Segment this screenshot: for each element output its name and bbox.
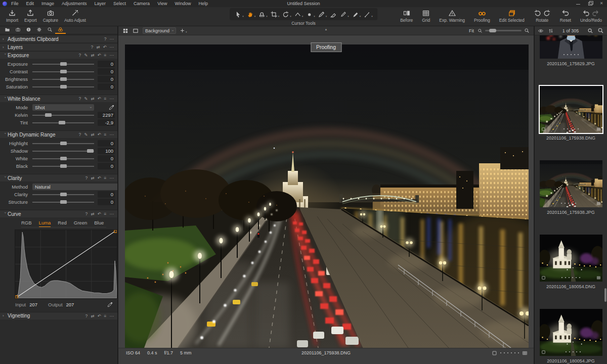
close-button[interactable]: ✕ (599, 1, 604, 6)
curve-histogram[interactable] (15, 230, 117, 299)
slider-handle[interactable] (60, 200, 67, 204)
sort-icon[interactable] (548, 28, 554, 34)
curve-tab-green[interactable]: Green (74, 220, 87, 226)
section-header-curve[interactable]: ›Curve?⇄↶≡⋯ (0, 210, 117, 217)
toolbar-collapse-icon[interactable]: ▲ (325, 28, 328, 31)
brightness-value[interactable]: 0 (98, 76, 115, 82)
help-icon[interactable]: ? (78, 53, 81, 58)
saturation-value[interactable]: 0 (98, 83, 115, 90)
menu-edit[interactable]: Edit (26, 1, 34, 6)
curve-tab-rgb[interactable]: RGB (21, 220, 32, 226)
annotate-dropdown-icon[interactable]: ▾ (371, 15, 373, 18)
loupe-dropdown-icon[interactable]: ▾ (266, 15, 268, 18)
reset-icon[interactable]: ↶ (97, 211, 101, 216)
zoom-slider-handle[interactable] (489, 29, 496, 32)
thumb-grid-icon[interactable] (522, 350, 528, 356)
presets-icon[interactable]: ≡ (104, 96, 107, 101)
select-dropdown-icon[interactable]: ▾ (242, 15, 244, 18)
exp-warning-button[interactable]: Exp. Warning (437, 8, 467, 23)
grid-button[interactable]: Grid (420, 8, 432, 23)
tool-tab-info[interactable] (23, 26, 34, 34)
heal-dropdown-icon[interactable]: ▾ (348, 15, 349, 18)
copy-icon[interactable]: ⇄ (91, 132, 94, 137)
straighten-tool[interactable]: ▾ (293, 11, 305, 18)
kelvin-slider[interactable] (32, 115, 94, 116)
menu-adjustments[interactable]: Adjustments (62, 1, 87, 6)
eyedropper-icon[interactable] (108, 104, 115, 111)
help-icon[interactable]: ? (85, 313, 88, 318)
thumb-rating-dots[interactable] (561, 203, 576, 204)
white-value[interactable]: 0 (98, 155, 115, 162)
edit-selected-button[interactable]: Edit Selected (497, 8, 527, 23)
capture-button[interactable]: Capture (41, 8, 60, 23)
import-button[interactable]: Import (4, 8, 20, 23)
crop-dropdown-icon[interactable]: ▾ (278, 15, 280, 18)
draw-mask-tool[interactable]: ▾ (317, 11, 328, 18)
curve-point-handle[interactable] (15, 296, 18, 298)
menu-icon[interactable]: ⋯ (110, 96, 114, 101)
curve-tab-blue[interactable]: Blue (94, 220, 104, 226)
copy-icon[interactable]: ⇄ (91, 175, 94, 180)
thumbnail-church[interactable] (540, 309, 602, 356)
crop-tool[interactable]: ▾ (269, 11, 281, 18)
filmstrip-item[interactable]: 20201106_175938.DNG (540, 86, 602, 141)
select-tool[interactable]: ▾ (233, 11, 245, 18)
structure-value[interactable]: 0 (98, 199, 115, 205)
loupe-icon[interactable] (587, 28, 593, 34)
slider-handle[interactable] (60, 164, 67, 168)
rating-dots[interactable] (500, 352, 519, 353)
thumb-checkbox-icon[interactable] (541, 127, 546, 131)
clarity-value[interactable]: 0 (98, 191, 115, 198)
section-header-layers[interactable]: ›Layers?⇄↶⋯ (0, 43, 117, 51)
curve-tab-red[interactable]: Red (58, 220, 66, 226)
menu-file[interactable]: File (11, 1, 19, 6)
checkbox-icon[interactable] (492, 350, 497, 356)
loupe-tool[interactable]: ▾ (257, 11, 269, 18)
zoom-out-icon[interactable] (478, 28, 483, 33)
slider-handle[interactable] (60, 142, 67, 145)
method-dropdown[interactable]: Natural› (32, 184, 118, 190)
minimize-button[interactable] (576, 1, 581, 6)
curve-eyedropper-icon[interactable] (107, 301, 113, 308)
presets-icon[interactable]: ≡ (104, 53, 107, 58)
help-icon[interactable]: ? (85, 211, 88, 216)
section-header-exposure[interactable]: ›Exposure?✎⇄↶≡⋯ (0, 51, 117, 59)
presets-icon[interactable]: ≡ (104, 211, 107, 216)
spot-dropdown-icon[interactable]: ▾ (314, 15, 315, 18)
exposure-value[interactable]: 0 (98, 61, 115, 67)
menu-image[interactable]: Image (41, 1, 54, 6)
filmstrip-scrollbar[interactable] (604, 288, 606, 302)
zoom-mode-label[interactable]: Fit (469, 28, 474, 33)
section-header-vignetting[interactable]: ›Vignetting?⇄↶≡⋯ (0, 312, 117, 320)
tool-tab-library[interactable] (2, 26, 13, 34)
reset-icon[interactable]: ↶ (97, 96, 101, 101)
brush-icon[interactable]: ✎ (84, 53, 88, 58)
menu-view[interactable]: View (157, 1, 167, 6)
rotate-button[interactable]: Rotate (532, 8, 553, 23)
erase-mask-tool[interactable] (328, 11, 338, 18)
copy-icon[interactable]: ⇄ (96, 44, 100, 50)
spot-tool[interactable]: ▾ (305, 11, 316, 18)
menu-camera[interactable]: Camera (134, 1, 150, 6)
export-button[interactable]: Export (22, 8, 39, 23)
shadow-slider[interactable] (32, 151, 94, 152)
help-icon[interactable]: ? (91, 44, 94, 50)
section-header-clarity[interactable]: ›Clarity?⇄↶≡⋯ (0, 174, 117, 181)
filmstrip-item[interactable]: 20201106_180054.DNG (540, 235, 602, 289)
thumbnail-city[interactable] (540, 86, 602, 133)
slider-handle[interactable] (59, 121, 65, 124)
presets-icon[interactable]: ≡ (104, 313, 107, 318)
reset-icon[interactable]: ↶ (97, 132, 101, 137)
shadow-value[interactable]: 100 (98, 148, 115, 154)
eye-icon[interactable] (538, 28, 544, 34)
curve-tab-luma[interactable]: Luma (39, 220, 51, 227)
layer-dropdown[interactable]: Background› (143, 27, 176, 34)
section-header-white-balance[interactable]: ›White Balance?✎⇄↶≡⋯ (0, 95, 117, 102)
menu-icon[interactable]: ⋯ (110, 313, 114, 318)
menu-icon[interactable]: ⋯ (110, 175, 114, 180)
thumb-rating-dots[interactable] (563, 54, 579, 55)
clone-tool[interactable]: ▾ (351, 11, 362, 18)
thumbnail-portrait[interactable] (540, 35, 602, 59)
pan-dropdown-icon[interactable]: ▾ (254, 15, 256, 18)
menu-help[interactable]: Help (199, 1, 208, 6)
